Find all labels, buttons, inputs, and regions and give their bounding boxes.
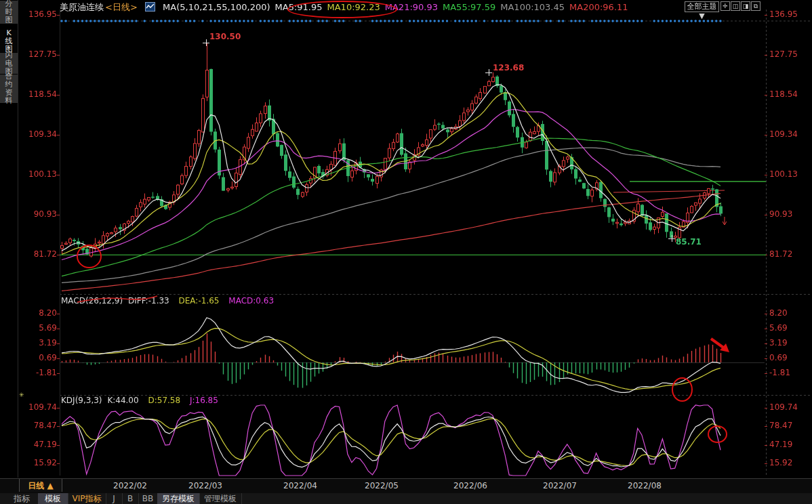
main-price-tick-left-1: 127.75 [23,49,57,59]
charting-app: 分时图K线图闪电图合约资料 美原油连续<日线> MA(5,10,21,55,10… [0,0,812,504]
kdj-price-tick-right-0: 109.74 [769,402,798,412]
ma-value-3: MA55:97.59 [443,2,495,12]
macd-price-tick-left-0: 8.20 [23,308,57,318]
macd-price-tick-left-2: 3.19 [23,338,57,348]
month-label-6: 2022/08 [628,481,662,490]
kdj-price-tick-right-2: 47.19 [769,440,792,449]
ma-value-1: MA10:92.23 [327,2,380,12]
kdj-d-value: D:57.58 [148,396,180,405]
macd-panel-header[interactable]: MACD(26,12,9) DIFF:-1.33 DEA:-1.65 MACD:… [61,296,281,306]
main-price-tick-left-2: 118.54 [23,89,57,99]
tab-另存模板[interactable]: 另存模板 [157,493,200,504]
main-price-tick-right-2: 118.54 [769,89,798,99]
symbol-name[interactable]: 美原油连续 [60,2,104,12]
themes-button[interactable]: 全部主题▼ [685,1,719,12]
tab-管理模板[interactable]: 管理模板 [199,493,242,504]
ma-value-0: MA5:91.95 [275,2,323,12]
main-price-tick-right-3: 109.34 [769,129,798,139]
sidebar: 分时图K线图闪电图合约资料 [0,0,18,478]
tab-B[interactable]: B [122,493,139,504]
tab-BB[interactable]: BB [138,493,158,504]
window-icon-2[interactable]: ◨ [741,1,750,11]
kdj-title: KDJ(9,3,3) [61,396,102,405]
sidebar-item-3[interactable]: 合约资料 [0,75,18,103]
macd-dea-value: DEA:-1.65 [179,296,220,306]
ma-values: MA5:91.95MA10:92.23MA21:90.93MA55:97.59M… [275,2,633,12]
period-tag[interactable]: <日线> [105,2,138,12]
line-chart-icon [145,2,155,12]
macd-title: MACD(26,12,9) [61,296,123,306]
window-icon-0[interactable]: ✛ [720,1,730,11]
ma-settings-label: MA(5,10,21,55,100,200) [163,2,270,12]
macd-price-tick-right-1: 5.69 [769,323,788,333]
bottom-tab-bar: 指标模板VIP指标JBBB另存模板管理模板 [0,493,812,504]
indicator-collapse-icon[interactable]: ✳ [19,392,24,398]
month-label-0: 2022/02 [113,481,147,490]
tab-VIP指标[interactable]: VIP指标 [68,493,106,504]
ma-value-5: MA200:96.11 [569,2,628,12]
sidebar-item-1[interactable]: K线图 [0,30,18,52]
main-price-tick-left-3: 109.34 [23,129,57,139]
swing-high-price-label: 123.68 [493,63,524,72]
kdj-price-tick-left-2: 47.19 [23,440,57,449]
macd-price-tick-right-4: -1.81 [769,368,790,377]
month-label-5: 2022/07 [543,481,577,490]
window-icon-3[interactable]: ⧉ [751,1,760,11]
main-price-tick-left-6: 81.72 [23,249,57,259]
kdj-price-tick-left-0: 109.74 [23,402,57,412]
window-icon-1[interactable]: ◫ [731,1,740,11]
month-label-1: 2022/03 [188,481,222,490]
main-price-tick-right-6: 81.72 [769,249,792,259]
main-price-tick-left-5: 90.93 [23,209,57,219]
month-label-4: 2022/06 [453,481,487,490]
macd-price-tick-right-3: 0.69 [769,353,788,362]
macd-price-tick-left-3: 0.69 [23,353,57,362]
tab-指标[interactable]: 指标 [5,493,39,504]
macd-macd-value: MACD:0.63 [228,296,274,306]
main-price-tick-right-1: 127.75 [769,49,798,59]
kdj-price-tick-right-3: 15.92 [769,458,792,467]
kdj-price-tick-left-1: 78.47 [23,421,57,430]
month-label-3: 2022/05 [365,481,399,490]
main-price-tick-right-4: 100.13 [769,169,798,179]
chart-header: 美原油连续<日线> MA(5,10,21,55,100,200)MA5:91.9… [60,1,638,15]
tab-J[interactable]: J [106,493,123,504]
kdj-k-value: K:44.00 [107,396,138,405]
x-axis-row: 日线 ▲ 2022/022022/032022/042022/052022/06… [0,478,812,494]
kdj-j-value: J:16.85 [190,396,218,405]
main-price-tick-right-5: 90.93 [769,209,792,219]
main-price-tick-left-4: 100.13 [23,169,57,179]
ma-value-2: MA21:90.93 [385,2,438,12]
macd-diff-value: DIFF:-1.33 [128,296,169,306]
period-selector[interactable]: 日线 ▲ [19,479,62,492]
macd-price-tick-right-2: 3.19 [769,338,788,348]
sidebar-item-0[interactable]: 分时图 [0,1,18,24]
month-label-2: 2022/04 [283,481,317,490]
low-price-label: 85.71 [676,237,702,247]
ma-value-4: MA100:103.45 [500,2,565,12]
candlestick-chart[interactable] [0,0,812,504]
main-price-tick-left-0: 136.95 [23,9,57,19]
macd-price-tick-left-4: -1.81 [23,368,57,377]
sidebar-item-2[interactable]: 闪电图 [0,53,18,74]
kdj-panel-header[interactable]: KDJ(9,3,3) K:44.00 D:57.58 J:16.85 [61,396,225,405]
kdj-price-tick-left-3: 15.92 [23,458,57,467]
main-price-tick-right-0: 136.95 [769,9,798,19]
kdj-price-tick-right-1: 78.47 [769,421,792,430]
macd-price-tick-right-0: 8.20 [769,308,788,318]
macd-price-tick-left-1: 5.69 [23,323,57,333]
tab-模板[interactable]: 模板 [38,493,68,504]
high-price-label: 130.50 [209,32,241,41]
